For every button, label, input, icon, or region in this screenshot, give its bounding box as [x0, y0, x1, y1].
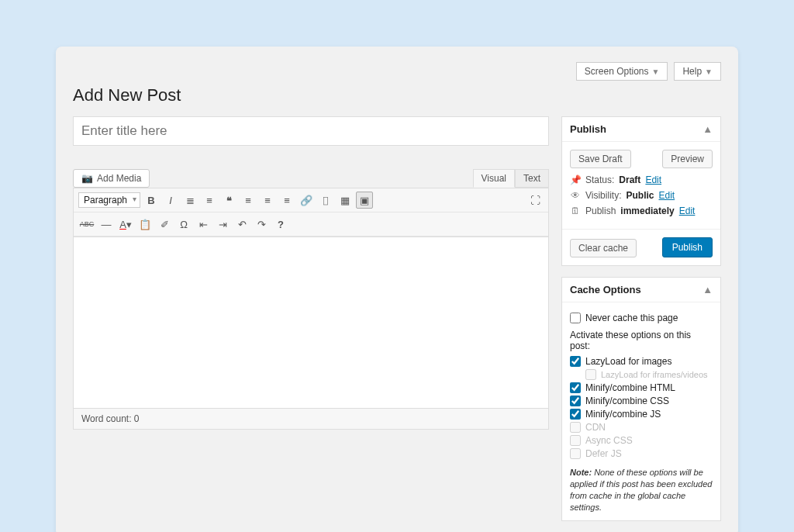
edit-visibility-link[interactable]: Edit — [658, 190, 675, 201]
chevron-down-icon: ▼ — [652, 67, 660, 76]
schedule-row: 🗓 Publish immediately Edit — [570, 206, 713, 216]
pin-icon: 📌 — [570, 174, 581, 185]
editor-window: Screen Options▼ Help▼ Add New Post 📷 Add… — [56, 47, 738, 532]
paste-text-button[interactable]: 📋 — [136, 216, 154, 233]
never-cache-checkbox[interactable]: Never cache this page — [570, 313, 713, 323]
publish-button[interactable]: Publish — [662, 237, 713, 257]
text-color-button[interactable]: A▾ — [117, 216, 134, 233]
edit-status-link[interactable]: Edit — [645, 174, 661, 185]
undo-button[interactable]: ↶ — [233, 216, 250, 233]
edit-schedule-link[interactable]: Edit — [679, 206, 696, 216]
numbered-list-button[interactable]: ≡ — [201, 192, 218, 209]
sidebar: Publish ▲ Save Draft Preview 📌 Status: D… — [561, 116, 721, 521]
screen-options-button[interactable]: Screen Options▼ — [576, 62, 668, 81]
eye-icon: 👁 — [570, 190, 581, 201]
kitchen-sink-button[interactable]: ▣ — [356, 192, 373, 209]
clear-cache-button[interactable]: Clear cache — [570, 239, 637, 257]
readmore-button[interactable]: ⌷ — [317, 192, 334, 209]
cache-option: CDN — [570, 422, 713, 433]
editor-tabs: Visual Text — [473, 169, 549, 188]
post-title-input[interactable] — [73, 116, 549, 146]
editor-toolbar: Paragraph B I ≣ ≡ ❝ ≡ ≡ ≡ 🔗 ⌷ ▦ ▣ ⛶ — [73, 188, 549, 237]
bullet-list-button[interactable]: ≣ — [181, 192, 198, 209]
cache-option[interactable]: Minify/combine CSS — [570, 396, 713, 406]
tab-text[interactable]: Text — [515, 169, 549, 188]
tab-visual[interactable]: Visual — [473, 169, 515, 188]
media-icon: 📷 — [81, 173, 93, 184]
cache-note: Note: None of these options will be appl… — [570, 467, 713, 513]
preview-button[interactable]: Preview — [662, 150, 713, 168]
cache-option[interactable]: Minify/combine JS — [570, 409, 713, 420]
cache-panel-title: Cache Options — [570, 284, 641, 295]
fullscreen-button[interactable]: ⛶ — [526, 192, 544, 209]
outdent-button[interactable]: ⇤ — [195, 216, 212, 233]
visibility-row: 👁 Visibility: Public Edit — [570, 190, 713, 201]
help-button[interactable]: Help▼ — [674, 62, 721, 81]
indent-button[interactable]: ⇥ — [214, 216, 231, 233]
redo-button[interactable]: ↷ — [253, 216, 270, 233]
cache-options-panel: Cache Options ▲ Never cache this page Ac… — [561, 277, 721, 521]
cache-option[interactable]: Minify/combine HTML — [570, 382, 713, 393]
collapse-icon[interactable]: ▲ — [703, 123, 713, 135]
link-button[interactable]: 🔗 — [298, 192, 315, 209]
cache-option: Async CSS — [570, 435, 713, 446]
chevron-down-icon: ▼ — [705, 67, 713, 76]
add-media-button[interactable]: 📷 Add Media — [73, 169, 150, 188]
publish-panel-title: Publish — [570, 123, 606, 135]
cache-option[interactable]: LazyLoad for images — [570, 356, 713, 367]
content-editor[interactable] — [73, 237, 549, 409]
collapse-icon[interactable]: ▲ — [703, 284, 713, 295]
format-select[interactable]: Paragraph — [78, 192, 140, 208]
toolbar-toggle-button[interactable]: ▦ — [337, 192, 354, 209]
align-left-button[interactable]: ≡ — [240, 192, 257, 209]
keyboard-help-button[interactable]: ? — [272, 216, 289, 233]
italic-button[interactable]: I — [162, 192, 179, 209]
calendar-icon: 🗓 — [570, 206, 581, 216]
strikethrough-button[interactable]: ABC — [78, 216, 95, 233]
save-draft-button[interactable]: Save Draft — [570, 150, 631, 168]
bold-button[interactable]: B — [143, 192, 160, 209]
activate-options-label: Activate these options on this post: — [570, 330, 713, 351]
special-char-button[interactable]: Ω — [175, 216, 192, 233]
cache-option: LazyLoad for iframes/videos — [585, 369, 713, 380]
screen-meta-links: Screen Options▼ Help▼ — [73, 62, 721, 81]
hr-button[interactable]: — — [98, 216, 115, 233]
cache-option: Defer JS — [570, 448, 713, 459]
status-row: 📌 Status: Draft Edit — [570, 174, 713, 185]
blockquote-button[interactable]: ❝ — [220, 192, 237, 209]
align-right-button[interactable]: ≡ — [278, 192, 295, 209]
main-column: 📷 Add Media Visual Text Paragraph B I ≣ … — [73, 116, 549, 521]
clear-format-button[interactable]: ✐ — [156, 216, 173, 233]
status-bar: Word count: 0 — [73, 409, 549, 430]
align-center-button[interactable]: ≡ — [259, 192, 276, 209]
publish-panel: Publish ▲ Save Draft Preview 📌 Status: D… — [561, 116, 721, 266]
page-title: Add New Post — [73, 85, 721, 105]
